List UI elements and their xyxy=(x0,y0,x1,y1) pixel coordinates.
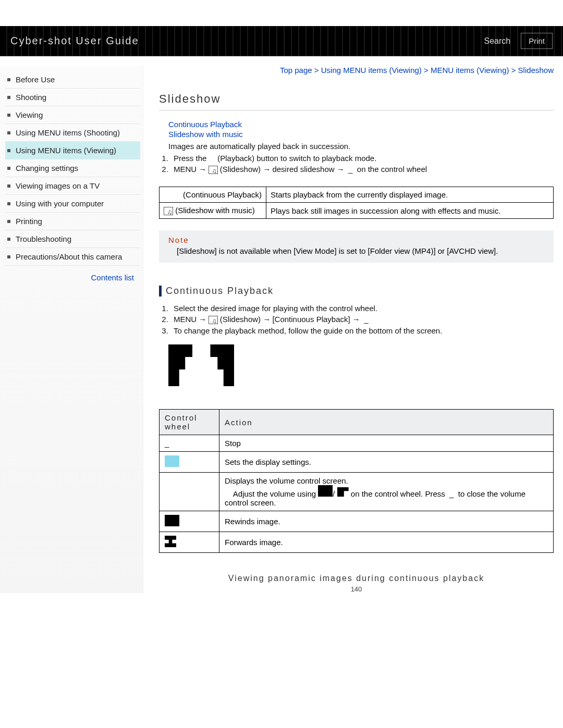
sidebar-item-label: Before Use xyxy=(16,75,55,84)
bullet-icon xyxy=(7,131,10,134)
mode-desc: Starts playback from the currently displ… xyxy=(266,187,554,203)
arrow-icon: → xyxy=(337,165,344,174)
step-1: Press the (Playback) button to switch to… xyxy=(170,154,554,163)
table-row: Displays the volume control screen. Adju… xyxy=(160,473,554,511)
page-title: Slideshow xyxy=(159,92,554,106)
sidebar-item-shooting[interactable]: Shooting xyxy=(5,89,140,106)
bullet-icon xyxy=(7,114,10,117)
sidebar-item-label: Using with your computer xyxy=(16,199,104,208)
bullet-icon xyxy=(7,220,10,223)
footer-caption: Viewing panoramic images during continuo… xyxy=(159,574,554,583)
bullet-icon xyxy=(7,184,10,188)
contents-list-link[interactable]: Contents list xyxy=(91,273,134,282)
action-cell: Stop xyxy=(219,435,554,452)
right-icon xyxy=(165,536,176,547)
table-row: Sets the display settings. xyxy=(160,452,554,473)
cw-cell xyxy=(160,511,219,532)
anchor-continuous-playback[interactable]: Continuous Playback xyxy=(168,120,554,129)
sidebar-item-label: Printing xyxy=(16,217,42,226)
step-2: MENU → (Slideshow) → desired slideshow →… xyxy=(170,165,554,174)
slideshow-icon xyxy=(209,166,218,174)
note-box: Note [Slideshow] is not available when [… xyxy=(159,230,554,263)
bullet-icon xyxy=(7,202,10,205)
table-row: Rewinds image. xyxy=(160,511,554,532)
bullet-icon xyxy=(7,96,10,99)
sidebar-item-label: Viewing xyxy=(16,110,43,119)
print-button[interactable]: Print xyxy=(521,33,553,49)
action-cell: Displays the volume control screen. Adju… xyxy=(219,473,554,511)
cw-cell: _ xyxy=(160,435,219,452)
sidebar-item-label: Precautions/About this camera xyxy=(16,252,122,261)
arrow-icon: → xyxy=(263,315,270,324)
left-icon xyxy=(165,515,179,526)
disp-icon xyxy=(165,455,179,467)
arrow-icon: → xyxy=(263,165,270,174)
search-link[interactable]: Search xyxy=(484,36,510,46)
arrow-icon: → xyxy=(199,315,206,324)
intro-text: Images are automatically played back in … xyxy=(168,142,554,151)
table-row: Forwards image. xyxy=(160,532,554,553)
action-cell: Rewinds image. xyxy=(219,511,554,532)
sidebar-item-menu-shooting[interactable]: Using MENU items (Shooting) xyxy=(5,124,140,142)
sidebar-item-troubleshooting[interactable]: Troubleshooting xyxy=(5,230,140,248)
cw-cell xyxy=(160,452,219,473)
shape-icon xyxy=(168,344,192,386)
sidebar-item-label: Using MENU items (Viewing) xyxy=(16,146,116,155)
breadcrumb[interactable]: Top page > Using MENU items (Viewing) > … xyxy=(159,66,554,75)
sidebar-item-label: Changing settings xyxy=(16,164,78,172)
section-continuous-playback: Continuous Playback xyxy=(159,286,554,297)
down-icon xyxy=(337,487,349,497)
mode-cell: (Slideshow with music) xyxy=(160,203,266,219)
header-bar: Cyber-shot User Guide Search Print xyxy=(0,26,563,56)
sidebar-item-label: Troubleshooting xyxy=(16,235,71,243)
sidebar-item-viewing[interactable]: Viewing xyxy=(5,106,140,124)
anchor-slideshow-music[interactable]: Slideshow with music xyxy=(168,130,554,139)
control-wheel-table: Control wheel Action _ Stop Sets the dis… xyxy=(159,409,554,553)
shape-icon xyxy=(210,344,234,386)
sidebar: Before Use Shooting Viewing Using MENU i… xyxy=(0,66,143,593)
arrow-icon: → xyxy=(199,165,206,174)
cp-step-3: To change the playback method, follow th… xyxy=(170,326,554,335)
sidebar-item-tv[interactable]: Viewing images on a TV xyxy=(5,177,140,195)
note-text: [Slideshow] is not available when [View … xyxy=(177,246,548,255)
app-title: Cyber-shot User Guide xyxy=(10,35,139,47)
sidebar-item-changing-settings[interactable]: Changing settings xyxy=(5,159,140,177)
cp-step-1: Select the desired image for playing wit… xyxy=(170,304,554,313)
bullet-icon xyxy=(7,167,10,170)
bullet-icon xyxy=(7,149,10,152)
mode-desc: Plays back still images in succession al… xyxy=(266,203,554,219)
note-title: Note xyxy=(168,236,548,244)
cw-cell xyxy=(160,473,219,511)
sidebar-item-computer[interactable]: Using with your computer xyxy=(5,195,140,213)
sidebar-item-printing[interactable]: Printing xyxy=(5,213,140,230)
sidebar-item-label: Using MENU items (Shooting) xyxy=(16,128,120,137)
intro-steps: Press the (Playback) button to switch to… xyxy=(170,154,554,174)
sidebar-item-before-use[interactable]: Before Use xyxy=(5,71,140,89)
page-number: 140 xyxy=(159,585,554,593)
slideshow-icon xyxy=(164,207,173,215)
table-header: Control wheel xyxy=(160,410,219,435)
sidebar-item-menu-viewing[interactable]: Using MENU items (Viewing) xyxy=(5,142,140,159)
cp-step-2: MENU → (Slideshow) → [Continuous Playbac… xyxy=(170,315,554,324)
cp-steps: Select the desired image for playing wit… xyxy=(170,304,554,335)
slideshow-icon xyxy=(209,316,218,324)
illustration-shapes xyxy=(168,344,554,388)
modes-table: (Continuous Playback) Starts playback fr… xyxy=(159,187,554,219)
main-content: Top page > Using MENU items (Viewing) > … xyxy=(143,66,563,593)
action-cell: Sets the display settings. xyxy=(219,452,554,473)
table-row: _ Stop xyxy=(160,435,554,452)
bullet-icon xyxy=(7,78,10,81)
sidebar-item-precautions[interactable]: Precautions/About this camera xyxy=(5,248,140,266)
action-cell: Forwards image. xyxy=(219,532,554,553)
bullet-icon xyxy=(7,255,10,258)
cw-cell xyxy=(160,532,219,553)
table-header: Action xyxy=(219,410,554,435)
mode-cell: (Continuous Playback) xyxy=(160,187,266,203)
sidebar-item-label: Shooting xyxy=(16,93,46,102)
arrow-icon: → xyxy=(352,315,360,324)
sidebar-item-label: Viewing images on a TV xyxy=(16,181,100,190)
bullet-icon xyxy=(7,238,10,241)
up-icon xyxy=(318,485,333,497)
